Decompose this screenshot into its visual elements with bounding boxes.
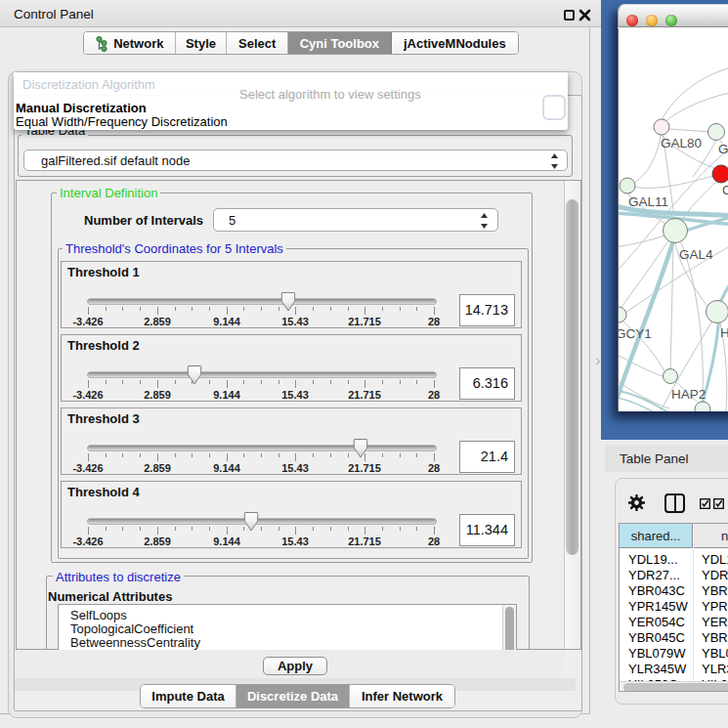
svg-text:HAP2: HAP2 <box>671 387 706 402</box>
svg-text:GAL11: GAL11 <box>628 194 668 209</box>
svg-text:H: H <box>720 325 728 340</box>
svg-text:GA: GA <box>718 142 728 156</box>
svg-text:GAL80: GAL80 <box>661 136 702 150</box>
svg-text:GAL4: GAL4 <box>679 247 713 262</box>
svg-text:GCY1: GCY1 <box>619 326 652 341</box>
svg-text:C: C <box>722 183 728 197</box>
